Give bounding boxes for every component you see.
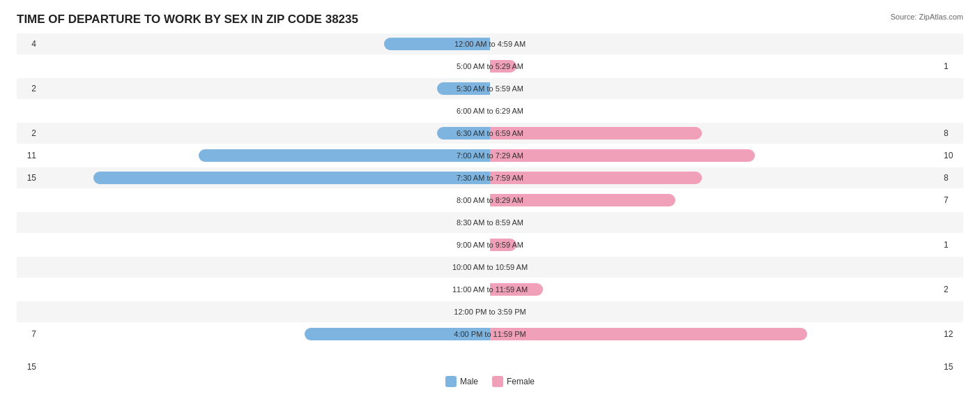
female-color-box [492,376,503,387]
male-bar [384,38,490,50]
bar-section: 5:30 AM to 5:59 AM [39,78,941,99]
chart-row: 12:00 PM to 3:59 PM [17,301,963,322]
chart-row: 412:00 AM to 4:59 AM [17,33,963,54]
female-bar [490,283,543,296]
right-value: 1 [941,61,963,71]
chart-row: 74:00 PM to 11:59 PM12 [17,324,963,345]
bar-section: 8:30 AM to 8:59 AM [39,212,941,233]
right-value: 8 [941,173,963,183]
left-value: 15 [17,173,39,183]
left-value: 2 [17,84,39,93]
chart-area: 412:00 AM to 4:59 AM5:00 AM to 5:29 AM12… [17,33,963,359]
male-bar [437,127,490,139]
male-bar [437,82,490,95]
bar-section: 6:30 AM to 6:59 AM [39,123,941,144]
male-bar [305,328,490,340]
female-bar [490,239,516,251]
female-label: Female [507,377,535,386]
chart-container: TIME OF DEPARTURE TO WORK BY SEX IN ZIP … [0,0,980,415]
chart-row: 5:00 AM to 5:29 AM1 [17,56,963,77]
bar-section: 5:00 AM to 5:29 AM [39,56,941,77]
source-text: Source: ZipAtlas.com [890,13,963,21]
chart-row: 8:00 AM to 8:29 AM7 [17,190,963,211]
chart-row: 25:30 AM to 5:59 AM [17,78,963,99]
female-bar [490,172,702,184]
left-value: 2 [17,128,39,138]
bar-section: 10:00 AM to 10:59 AM [39,257,941,278]
time-label: 6:00 AM to 6:29 AM [457,107,523,115]
right-value: 8 [941,128,963,138]
axis-right: 15 [941,362,963,372]
time-label: 12:00 PM to 3:59 PM [454,308,526,316]
chart-title: TIME OF DEPARTURE TO WORK BY SEX IN ZIP … [17,13,963,27]
chart-row: 157:30 AM to 7:59 AM8 [17,167,963,188]
female-bar [490,149,755,162]
legend-female: Female [492,376,535,387]
female-bar [490,194,675,206]
female-bar [490,127,702,139]
bar-section: 4:00 PM to 11:59 PM [39,324,941,345]
chart-row: 10:00 AM to 10:59 AM [17,257,963,278]
left-value: 4 [17,39,39,49]
legend-male: Male [445,376,478,387]
male-color-box [445,376,457,387]
bar-section: 12:00 AM to 4:59 AM [39,33,941,54]
axis-row: 15 15 [17,362,963,372]
bar-section: 7:00 AM to 7:29 AM [39,145,941,166]
axis-left: 15 [17,362,39,372]
chart-row: 11:00 AM to 11:59 AM2 [17,279,963,300]
male-bar [199,149,490,162]
left-value: 11 [17,151,39,160]
left-value: 7 [17,329,39,339]
time-label: 10:00 AM to 10:59 AM [452,263,528,271]
chart-row: 26:30 AM to 6:59 AM8 [17,123,963,144]
right-value: 7 [941,195,963,205]
female-bar [490,60,516,73]
chart-row: 8:30 AM to 8:59 AM [17,212,963,233]
bar-section: 12:00 PM to 3:59 PM [39,301,941,322]
bar-section: 9:00 AM to 9:59 AM [39,234,941,255]
bar-section: 7:30 AM to 7:59 AM [39,167,941,188]
time-label: 8:30 AM to 8:59 AM [457,218,523,227]
male-label: Male [460,377,478,386]
male-bar [93,172,490,184]
right-value: 2 [941,285,963,294]
bar-section: 6:00 AM to 6:29 AM [39,100,941,121]
chart-row: 6:00 AM to 6:29 AM [17,100,963,121]
bar-section: 8:00 AM to 8:29 AM [39,190,941,211]
right-value: 1 [941,240,963,250]
female-bar [490,328,807,340]
chart-row: 117:00 AM to 7:29 AM10 [17,145,963,166]
right-value: 12 [941,329,963,339]
legend: Male Female [17,376,963,387]
bar-section: 11:00 AM to 11:59 AM [39,279,941,300]
chart-row: 9:00 AM to 9:59 AM1 [17,234,963,255]
right-value: 10 [941,151,963,160]
